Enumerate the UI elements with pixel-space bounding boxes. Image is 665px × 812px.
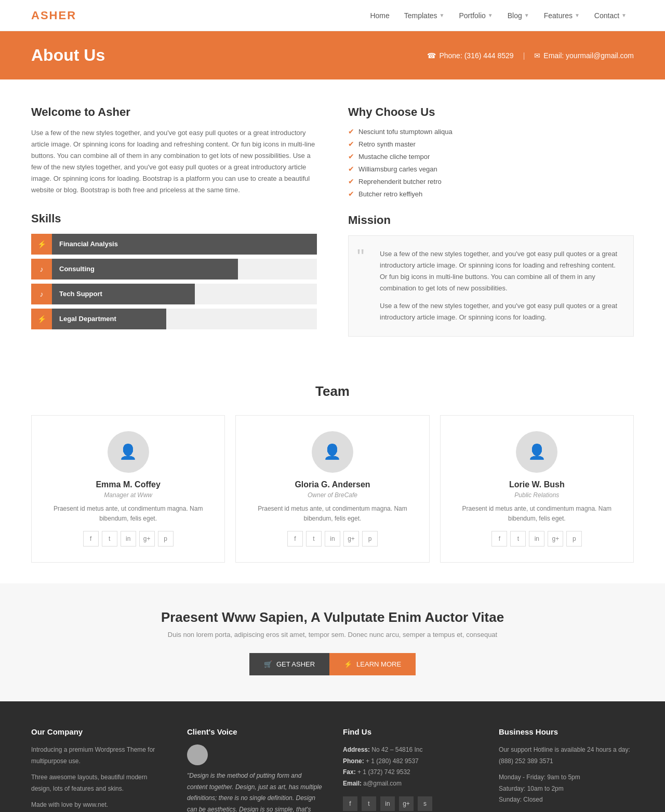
google-plus-icon[interactable]: g+ — [399, 796, 414, 811]
facebook-icon[interactable]: f — [287, 531, 303, 547]
check-icon: ✔ — [348, 165, 354, 173]
phone-info: ☎ Phone: (316) 444 8529 — [427, 51, 513, 60]
email-icon: ✉ — [534, 51, 540, 60]
avatar: 👤 — [108, 431, 149, 473]
nav-templates[interactable]: Templates ▼ — [397, 0, 452, 31]
mission-para1: Use a few of the new styles together, an… — [380, 248, 623, 294]
list-item: ✔Williamsburg carles vegan — [348, 165, 634, 173]
get-asher-button[interactable]: 🛒 GET ASHER — [249, 653, 329, 675]
skill-bar-consulting: Consulting — [52, 259, 238, 279]
check-icon: ✔ — [348, 190, 354, 198]
nav-blog[interactable]: Blog ▼ — [500, 0, 537, 31]
cta-buttons: 🛒 GET ASHER ⚡ LEARN MORE — [31, 653, 634, 675]
team-member-desc: Praesent id metus ante, ut condimentum m… — [42, 504, 214, 524]
twitter-icon[interactable]: t — [362, 796, 376, 811]
check-icon: ✔ — [348, 140, 354, 148]
skill-item: ♪ Tech Support — [31, 284, 317, 304]
team-card: 👤 Lorie W. Bush Public Relations Praesen… — [440, 415, 634, 563]
skill-item: ♪ Consulting — [31, 259, 317, 279]
team-section: Team 👤 Emma M. Coffey Manager at Www Pra… — [0, 363, 665, 583]
learn-more-button[interactable]: ⚡ LEARN MORE — [329, 653, 416, 675]
linkedin-icon[interactable]: in — [325, 531, 340, 547]
mission-para2: Use a few of the new styles together, an… — [380, 300, 623, 323]
footer-email: Email: a@gmail.com — [343, 778, 478, 790]
check-icon: ✔ — [348, 152, 354, 161]
google-plus-icon[interactable]: g+ — [548, 531, 563, 547]
skill-bar-financial: Financial Analysis — [52, 234, 317, 255]
divider: | — [523, 51, 525, 60]
footer-hours-title: Business Hours — [499, 727, 634, 736]
mission-scroll: Use a few of the new styles together, an… — [380, 248, 623, 324]
team-member-desc: Praesent id metus ante, ut condimentum m… — [451, 504, 623, 524]
google-plus-icon[interactable]: g+ — [139, 531, 155, 547]
chevron-down-icon: ▼ — [440, 12, 445, 18]
nav-home[interactable]: Home — [363, 0, 396, 31]
linkedin-icon[interactable]: in — [380, 796, 395, 811]
team-member-name: Lorie W. Bush — [451, 480, 623, 489]
team-member-name: Gloria G. Andersen — [246, 480, 418, 489]
pinterest-icon[interactable]: p — [158, 531, 174, 547]
skill-icon: ♪ — [31, 259, 52, 279]
footer-phone: Phone: + 1 (280) 482 9537 — [343, 756, 478, 767]
twitter-icon[interactable]: t — [306, 531, 322, 547]
nav-contact[interactable]: Contact ▼ — [587, 0, 634, 31]
welcome-body: Use a few of the new styles together, an… — [31, 127, 317, 196]
footer: Our Company Introducing a premium Wordpr… — [0, 701, 665, 812]
cta-subtitle: Duis non lorem porta, adipiscing eros si… — [31, 631, 634, 638]
list-item: ✔Nesciunt tofu stumptown aliqua — [348, 127, 634, 136]
social-links: f t in g+ p — [246, 531, 418, 547]
facebook-icon[interactable]: f — [343, 796, 357, 811]
skill-item: ⚡ Legal Department — [31, 309, 317, 329]
google-plus-icon[interactable]: g+ — [343, 531, 359, 547]
why-list: ✔Nesciunt tofu stumptown aliqua ✔Retro s… — [348, 127, 634, 198]
footer-address: Address: No 42 – 54816 Inc — [343, 744, 478, 756]
nav-features[interactable]: Features ▼ — [537, 0, 587, 31]
facebook-icon[interactable]: f — [83, 531, 99, 547]
main-content: Welcome to Asher Use a few of the new st… — [0, 79, 665, 363]
testimonial-quote: "Design is the method of putting form an… — [187, 770, 322, 812]
logo[interactable]: ASHER — [31, 9, 76, 22]
twitter-icon[interactable]: t — [102, 531, 117, 547]
nav-portfolio[interactable]: Portfolio ▼ — [451, 0, 500, 31]
cta-section: Praesent Www Sapien, A Vulputate Enim Au… — [0, 583, 665, 701]
linkedin-icon[interactable]: in — [121, 531, 136, 547]
skype-icon[interactable]: s — [418, 796, 432, 811]
skills-title: Skills — [31, 212, 317, 225]
list-item: ✔Butcher retro keffiyeh — [348, 190, 634, 198]
skill-bar-legal: Legal Department — [52, 309, 166, 329]
footer-find-us-title: Find Us — [343, 727, 478, 736]
skills-list: ⚡ Financial Analysis ♪ Consulting ♪ Tech… — [31, 234, 317, 329]
footer-hours-weekday: Monday - Friday: 9am to 5pm — [499, 772, 634, 783]
facebook-icon[interactable]: f — [491, 531, 507, 547]
team-title: Team — [31, 383, 634, 400]
phone-label: Phone: (316) 444 8529 — [439, 51, 513, 60]
pinterest-icon[interactable]: p — [566, 531, 582, 547]
linkedin-icon[interactable]: in — [529, 531, 544, 547]
team-member-name: Emma M. Coffey — [42, 480, 214, 489]
footer-hours-saturday: Saturday: 10am to 2pm — [499, 783, 634, 795]
navbar: ASHER Home Templates ▼ Portfolio ▼ Blog … — [0, 0, 665, 31]
right-column: Why Choose Us ✔Nesciunt tofu stumptown a… — [348, 105, 634, 337]
footer-find-us: Find Us Address: No 42 – 54816 Inc Phone… — [343, 727, 478, 812]
logo-part1: ASH — [31, 9, 58, 22]
avatar: 👤 — [312, 431, 353, 473]
social-links: f t in g+ p — [451, 531, 623, 547]
email-info: ✉ Email: yourmail@gmail.com — [534, 51, 634, 60]
email-label: Email: yourmail@gmail.com — [543, 51, 634, 60]
avatar: 👤 — [516, 431, 557, 473]
skill-icon: ♪ — [31, 284, 52, 304]
footer-testimonial: Client's Voice "Design is the method of … — [187, 727, 322, 812]
quote-mark-icon: " — [357, 246, 364, 267]
chevron-down-icon: ▼ — [575, 12, 580, 18]
mission-title: Mission — [348, 214, 634, 227]
page-header: About Us ☎ Phone: (316) 444 8529 | ✉ Ema… — [0, 31, 665, 79]
check-icon: ✔ — [348, 177, 354, 185]
footer-hours-intro: Our support Hotline is available 24 hour… — [499, 744, 634, 767]
team-member-role: Manager at Www — [42, 491, 214, 499]
chevron-down-icon: ▼ — [488, 12, 493, 18]
pinterest-icon[interactable]: p — [362, 531, 378, 547]
twitter-icon[interactable]: t — [510, 531, 526, 547]
page-title: About Us — [31, 46, 105, 65]
team-grid: 👤 Emma M. Coffey Manager at Www Praesent… — [31, 415, 634, 563]
team-card: 👤 Gloria G. Andersen Owner of BreCafe Pr… — [235, 415, 429, 563]
